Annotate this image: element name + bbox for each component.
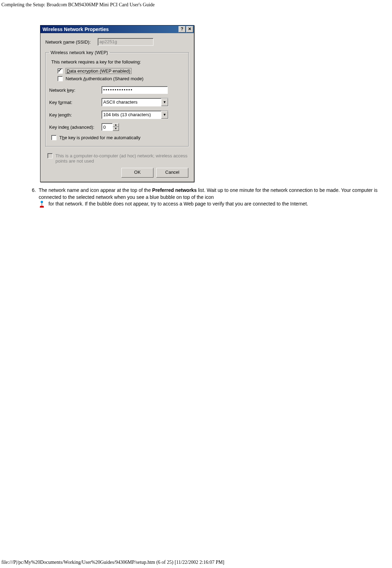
key-length-value: 104 bits (13 characters) bbox=[102, 111, 161, 119]
key-format-value: ASCII characters bbox=[102, 98, 161, 106]
network-key-input[interactable]: ••••••••••••• bbox=[101, 86, 168, 94]
key-index-value[interactable]: 0 bbox=[101, 123, 113, 131]
network-auth-label: Network Authentication (Shared mode) bbox=[66, 76, 143, 81]
chevron-down-icon[interactable]: ▼ bbox=[161, 111, 168, 119]
instr-bold: Preferred networks bbox=[152, 187, 197, 193]
key-length-select[interactable]: 104 bits (13 characters) ▼ bbox=[101, 111, 168, 119]
wireless-network-icon bbox=[39, 201, 45, 208]
ssid-label-post: ame (SSID): bbox=[66, 39, 91, 45]
auto-post: e key is provided for me automatically bbox=[65, 135, 140, 140]
wep-group: Wireless network key (WEP) This network … bbox=[45, 50, 189, 147]
spinner-up-icon[interactable]: ▲ bbox=[113, 123, 119, 127]
ok-button[interactable]: OK bbox=[121, 168, 153, 178]
ssid-label-pre: Network bbox=[45, 39, 63, 45]
close-icon[interactable]: ✕ bbox=[186, 26, 193, 32]
enc-text: ata encryption (WEP enabled) bbox=[70, 68, 130, 74]
key-index-spinner[interactable]: 0 ▲ ▼ bbox=[101, 123, 119, 131]
auto-pre: T bbox=[59, 135, 62, 140]
data-encryption-label: Data encryption (WEP enabled) bbox=[66, 68, 131, 74]
page-footer: file:///P|/pc/My%20Documents/Working/Use… bbox=[1, 560, 224, 565]
key-format-select[interactable]: ASCII characters ▼ bbox=[101, 98, 168, 106]
svg-point-0 bbox=[41, 201, 43, 203]
instr-c: for that network. If the bubble does not… bbox=[48, 201, 308, 207]
auth-pre: Network bbox=[66, 76, 83, 81]
page-header: Completing the Setup: Broadcom BCM94306M… bbox=[0, 0, 392, 8]
wep-intro-text: This network requires a key for the foll… bbox=[51, 59, 185, 65]
len-pre: Key bbox=[49, 112, 58, 118]
ssid-label: Network name (SSID): bbox=[45, 39, 98, 45]
key-post: ey: bbox=[69, 88, 75, 93]
title-bar: Wireless Network Properties ? ✕ bbox=[40, 25, 194, 33]
key-auto-checkbox[interactable] bbox=[51, 135, 56, 140]
cancel-button[interactable]: Cancel bbox=[156, 168, 188, 178]
adhoc-pre: This is a bbox=[55, 153, 74, 158]
auth-post: uthentication (Shared mode) bbox=[86, 76, 143, 81]
step-text: The network name and icon appear at the … bbox=[39, 187, 389, 208]
spinner-down-icon[interactable]: ▼ bbox=[113, 127, 119, 131]
network-key-label: Network key: bbox=[49, 88, 101, 93]
svg-rect-1 bbox=[42, 203, 42, 206]
dialog-title-text: Wireless Network Properties bbox=[43, 27, 109, 32]
fmt-post: rmat: bbox=[62, 100, 73, 105]
key-auto-label: The key is provided for me automatically bbox=[59, 135, 141, 140]
adhoc-label: This is a computer-to-computer (ad hoc) … bbox=[55, 153, 189, 164]
idx-post: (advanced): bbox=[69, 125, 94, 130]
key-format-label: Key format: bbox=[49, 100, 101, 105]
ssid-input[interactable]: ap2251g bbox=[98, 38, 153, 46]
idx-pre: Key inde bbox=[49, 125, 67, 130]
network-auth-checkbox[interactable] bbox=[58, 76, 63, 81]
help-icon[interactable]: ? bbox=[179, 26, 186, 32]
adhoc-checkbox bbox=[47, 153, 53, 158]
instr-a: The network name and icon appear at the … bbox=[39, 187, 152, 193]
len-post: ength: bbox=[59, 112, 72, 118]
data-encryption-checkbox[interactable] bbox=[58, 68, 63, 74]
wep-legend: Wireless network key (WEP) bbox=[49, 50, 110, 55]
key-length-label: Key length: bbox=[49, 112, 101, 118]
chevron-down-icon[interactable]: ▼ bbox=[161, 98, 168, 106]
instruction-step-6: 6. The network name and icon appear at t… bbox=[26, 187, 392, 208]
ssid-label-access: n bbox=[63, 39, 66, 45]
wireless-properties-dialog: Wireless Network Properties ? ✕ Network … bbox=[40, 25, 194, 182]
fmt-u: o bbox=[60, 100, 62, 105]
key-index-label: Key index (advanced): bbox=[49, 125, 101, 130]
fmt-pre: Key f bbox=[49, 100, 60, 105]
enc-u: D bbox=[67, 68, 70, 74]
auth-u: A bbox=[83, 76, 86, 81]
step-ordinal: 6. bbox=[26, 187, 39, 208]
key-pre: Network bbox=[49, 88, 67, 93]
